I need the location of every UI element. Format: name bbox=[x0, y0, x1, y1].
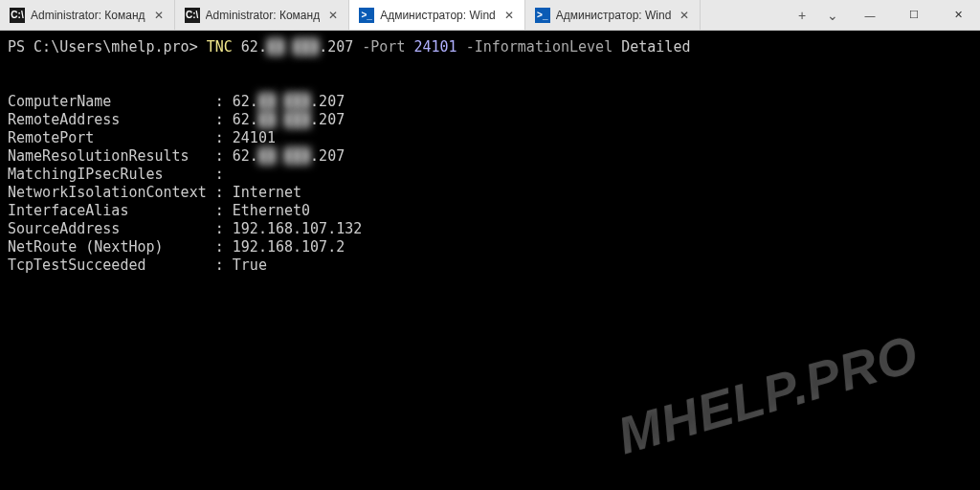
watermark: MHELP.PRO bbox=[617, 344, 920, 446]
result-val-redacted: ██ ███ bbox=[258, 111, 310, 128]
cmd-icon: C:\ bbox=[10, 8, 25, 23]
close-button[interactable]: ✕ bbox=[936, 0, 980, 30]
result-key: RemotePort bbox=[8, 129, 215, 146]
cmd-port-value: 24101 bbox=[413, 38, 457, 56]
result-key: RemoteAddress bbox=[8, 111, 215, 128]
tab-2[interactable]: >_Администратор: Wind✕ bbox=[349, 0, 525, 30]
result-key: SourceAddress bbox=[8, 220, 215, 237]
result-val-redacted: ██ ███ bbox=[258, 93, 310, 110]
tab-close-button[interactable]: ✕ bbox=[325, 8, 341, 23]
result-val: 192.168.107.132 bbox=[233, 220, 362, 237]
result-sep: : bbox=[215, 238, 233, 256]
result-sep: : bbox=[215, 166, 233, 183]
result-block: ComputerName : 62.██ ███.207 RemoteAddre… bbox=[8, 93, 972, 275]
result-sep: : bbox=[215, 93, 233, 110]
titlebar: C:\Administrator: Команд✕C:\Administrato… bbox=[0, 0, 980, 31]
result-val: .207 bbox=[310, 147, 345, 165]
tab-close-button[interactable]: ✕ bbox=[151, 8, 167, 23]
ps-prompt: PS C:\Users\mhelp.pro> bbox=[8, 38, 207, 56]
result-val: 62. bbox=[233, 111, 258, 128]
tab-strip: C:\Administrator: Команд✕C:\Administrato… bbox=[0, 0, 787, 30]
result-sep: : bbox=[215, 220, 233, 237]
powershell-icon: >_ bbox=[535, 8, 550, 23]
tab-label: Administrator: Команд bbox=[206, 9, 321, 22]
result-val: Ethernet0 bbox=[233, 202, 310, 219]
cmd-icon: C:\ bbox=[185, 8, 200, 23]
maximize-button[interactable]: ☐ bbox=[892, 0, 936, 30]
result-key: InterfaceAlias bbox=[8, 202, 215, 219]
tab-3[interactable]: >_Администратор: Wind✕ bbox=[525, 0, 702, 30]
result-val: 62. bbox=[233, 93, 258, 110]
result-sep: : bbox=[215, 111, 233, 128]
result-key: TcpTestSucceeded bbox=[8, 256, 215, 274]
cmd-ip-redacted: ██ ███ bbox=[267, 38, 319, 56]
cmd-name: TNC bbox=[207, 38, 233, 56]
tab-label: Administrator: Команд bbox=[31, 9, 145, 22]
cmd-param-port: -Port bbox=[362, 38, 405, 56]
tab-close-button[interactable]: ✕ bbox=[677, 8, 692, 23]
powershell-icon: >_ bbox=[359, 8, 374, 23]
result-val: 62. bbox=[233, 147, 258, 165]
tab-close-button[interactable]: ✕ bbox=[501, 8, 517, 23]
tab-label: Администратор: Wind bbox=[556, 9, 672, 22]
result-val: Internet bbox=[233, 184, 301, 201]
cmd-ip-prefix: 62. bbox=[241, 38, 267, 56]
result-sep: : bbox=[215, 147, 233, 165]
tab-1[interactable]: C:\Administrator: Команд✕ bbox=[175, 0, 350, 30]
result-val: 24101 bbox=[233, 129, 276, 146]
tab-dropdown-button[interactable]: ⌄ bbox=[817, 0, 848, 30]
result-val: True bbox=[233, 256, 267, 274]
result-sep: : bbox=[215, 184, 233, 201]
result-sep: : bbox=[215, 129, 233, 146]
result-key: NameResolutionResults bbox=[8, 147, 215, 165]
tab-label: Администратор: Wind bbox=[380, 9, 496, 22]
result-key: MatchingIPsecRules bbox=[8, 166, 215, 183]
result-val-redacted: ██ ███ bbox=[258, 147, 310, 165]
window-controls: — ☐ ✕ bbox=[848, 0, 980, 30]
tab-0[interactable]: C:\Administrator: Команд✕ bbox=[0, 0, 175, 30]
result-sep: : bbox=[215, 202, 233, 219]
new-tab-button[interactable]: + bbox=[787, 0, 817, 30]
result-val: .207 bbox=[310, 111, 345, 128]
result-sep: : bbox=[215, 256, 233, 274]
result-val: .207 bbox=[310, 93, 345, 110]
cmd-ip-suffix: .207 bbox=[319, 38, 353, 56]
minimize-button[interactable]: — bbox=[848, 0, 892, 30]
terminal-output[interactable]: PS C:\Users\mhelp.pro> TNC 62.██ ███.207… bbox=[0, 31, 980, 490]
result-val: 192.168.107.2 bbox=[233, 238, 345, 256]
result-key: ComputerName bbox=[8, 93, 215, 110]
result-key: NetworkIsolationContext bbox=[8, 184, 215, 201]
result-key: NetRoute (NextHop) bbox=[8, 238, 215, 256]
cmd-param-info: -InformationLevel bbox=[466, 38, 613, 56]
cmd-info-value: Detailed bbox=[621, 38, 690, 56]
